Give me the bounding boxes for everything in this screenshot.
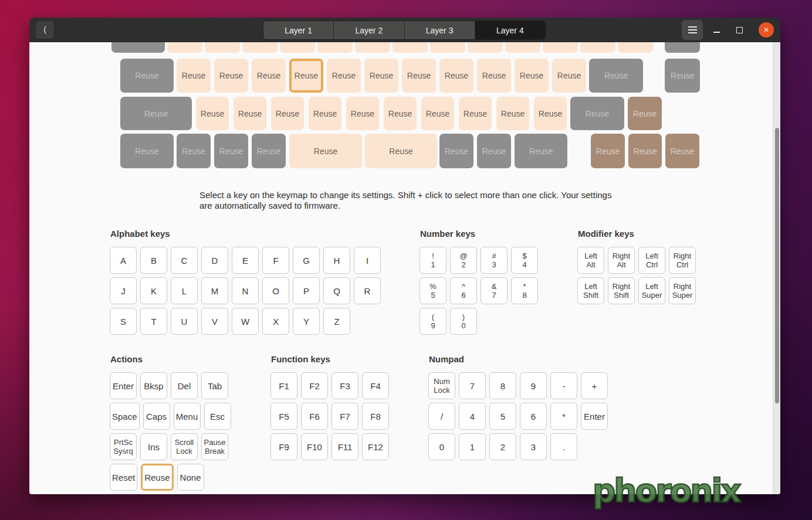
key--7[interactable]: &7 bbox=[481, 277, 508, 304]
key-h[interactable]: H bbox=[323, 247, 350, 274]
scrollbar-thumb[interactable] bbox=[775, 128, 779, 403]
key-v[interactable]: V bbox=[201, 308, 228, 335]
keymap-key[interactable] bbox=[580, 42, 615, 53]
keymap-key[interactable]: Reuse bbox=[402, 59, 436, 93]
key--8[interactable]: *8 bbox=[511, 277, 538, 304]
keymap-key[interactable]: Reuse bbox=[346, 97, 379, 130]
keymap-key[interactable]: Reuse bbox=[120, 134, 174, 168]
key-symbol[interactable]: / bbox=[428, 403, 455, 430]
keymap-key[interactable]: Reuse bbox=[120, 97, 192, 130]
key-f8[interactable]: F8 bbox=[362, 403, 389, 430]
key-f2[interactable]: F2 bbox=[301, 372, 328, 399]
keymap-key[interactable]: Reuse bbox=[214, 59, 248, 93]
keymap-key[interactable] bbox=[505, 42, 540, 53]
key-reset[interactable]: Reset bbox=[110, 464, 137, 491]
keymap-key[interactable] bbox=[618, 42, 653, 53]
tab-layer-4[interactable]: Layer 4 bbox=[475, 21, 545, 39]
key-1[interactable]: 1 bbox=[459, 433, 486, 460]
key-z[interactable]: Z bbox=[323, 308, 350, 335]
key-esc[interactable]: Esc bbox=[204, 403, 231, 430]
keymap-key[interactable]: Reuse bbox=[515, 59, 549, 93]
key-scroll-lock[interactable]: ScrollLock bbox=[171, 433, 198, 460]
keymap-key[interactable]: Reuse bbox=[570, 97, 624, 130]
maximize-button[interactable] bbox=[732, 18, 746, 42]
key-left-super[interactable]: LeftSuper bbox=[638, 277, 665, 304]
keymap-key[interactable]: Reuse bbox=[421, 97, 454, 130]
key-reuse[interactable]: Reuse bbox=[141, 464, 173, 491]
keymap-key[interactable]: Reuse bbox=[439, 59, 473, 93]
key-menu[interactable]: Menu bbox=[174, 403, 201, 430]
key-6[interactable]: 6 bbox=[520, 403, 547, 430]
key-f12[interactable]: F12 bbox=[362, 433, 389, 460]
key-3[interactable]: 3 bbox=[520, 433, 547, 460]
key-space[interactable]: Space bbox=[110, 403, 140, 430]
keymap-key[interactable]: Reuse bbox=[665, 59, 700, 93]
key-del[interactable]: Del bbox=[171, 372, 198, 399]
key-symbol[interactable]: + bbox=[581, 372, 608, 399]
keymap-key[interactable]: Reuse bbox=[234, 97, 266, 130]
minimize-button[interactable] bbox=[709, 18, 723, 42]
tab-layer-2[interactable]: Layer 2 bbox=[333, 21, 404, 39]
tab-layer-1[interactable]: Layer 1 bbox=[263, 21, 333, 39]
key-right-shift[interactable]: RightShift bbox=[608, 277, 635, 304]
key-enter[interactable]: Enter bbox=[581, 403, 608, 430]
key-s[interactable]: S bbox=[110, 308, 137, 335]
key-a[interactable]: A bbox=[110, 247, 137, 274]
key-p[interactable]: P bbox=[293, 277, 320, 304]
keymap-key[interactable]: Reuse bbox=[214, 134, 248, 168]
key-b[interactable]: B bbox=[140, 247, 167, 274]
key--5[interactable]: %5 bbox=[419, 277, 446, 304]
key-k[interactable]: K bbox=[140, 277, 167, 304]
keymap-key[interactable]: Reuse bbox=[177, 59, 211, 93]
key-0[interactable]: 0 bbox=[428, 433, 455, 460]
key-left-alt[interactable]: LeftAlt bbox=[577, 247, 604, 274]
key-none[interactable]: None bbox=[177, 464, 204, 491]
key-4[interactable]: 4 bbox=[459, 403, 486, 430]
keymap-key[interactable]: Reuse bbox=[552, 59, 586, 93]
key-m[interactable]: M bbox=[201, 277, 228, 304]
key--2[interactable]: @2 bbox=[450, 247, 477, 274]
key-9[interactable]: 9 bbox=[520, 372, 547, 399]
scrollbar-track[interactable] bbox=[773, 42, 780, 494]
key-8[interactable]: 8 bbox=[489, 372, 516, 399]
keymap-key[interactable] bbox=[665, 42, 700, 53]
keymap-key[interactable] bbox=[242, 42, 278, 53]
key-f9[interactable]: F9 bbox=[270, 433, 297, 460]
key-f10[interactable]: F10 bbox=[301, 433, 328, 460]
keymap-key[interactable]: Reuse bbox=[515, 134, 567, 168]
keymap-key[interactable]: Reuse bbox=[384, 97, 417, 130]
key--9[interactable]: (9 bbox=[419, 308, 446, 335]
key-x[interactable]: X bbox=[262, 308, 289, 335]
key-t[interactable]: T bbox=[140, 308, 167, 335]
key-n[interactable]: N bbox=[232, 277, 259, 304]
key-5[interactable]: 5 bbox=[489, 403, 516, 430]
keymap-key[interactable] bbox=[393, 42, 428, 53]
keymap-key[interactable]: Reuse bbox=[196, 97, 229, 130]
key-bksp[interactable]: Bksp bbox=[140, 372, 167, 399]
keymap-key[interactable]: Reuse bbox=[628, 97, 662, 130]
key-caps[interactable]: Caps bbox=[143, 403, 170, 430]
key-w[interactable]: W bbox=[232, 308, 259, 335]
key-right-ctrl[interactable]: RightCtrl bbox=[669, 247, 696, 274]
key-f[interactable]: F bbox=[262, 247, 289, 274]
key-l[interactable]: L bbox=[171, 277, 198, 304]
keymap-key[interactable]: Reuse bbox=[439, 134, 473, 168]
keymap-key[interactable] bbox=[167, 42, 202, 53]
key-left-shift[interactable]: LeftShift bbox=[577, 277, 604, 304]
key--0[interactable]: )0 bbox=[450, 308, 477, 335]
keymap-key[interactable]: Reuse bbox=[289, 59, 323, 93]
back-button[interactable]: ⟨ bbox=[35, 21, 55, 39]
keymap-key[interactable]: Reuse bbox=[271, 97, 304, 130]
key-f6[interactable]: F6 bbox=[301, 403, 328, 430]
key--[interactable]: - bbox=[550, 372, 577, 399]
key-f5[interactable]: F5 bbox=[270, 403, 297, 430]
keymap-key[interactable]: Reuse bbox=[309, 97, 341, 130]
keymap-key[interactable] bbox=[355, 42, 390, 53]
key-right-super[interactable]: RightSuper bbox=[669, 277, 696, 304]
key-ins[interactable]: Ins bbox=[140, 433, 167, 460]
key--4[interactable]: $4 bbox=[511, 247, 538, 274]
keymap-key[interactable]: Reuse bbox=[628, 134, 662, 168]
tab-layer-3[interactable]: Layer 3 bbox=[404, 21, 475, 39]
keymap-key[interactable] bbox=[111, 42, 165, 53]
key-j[interactable]: J bbox=[110, 277, 137, 304]
